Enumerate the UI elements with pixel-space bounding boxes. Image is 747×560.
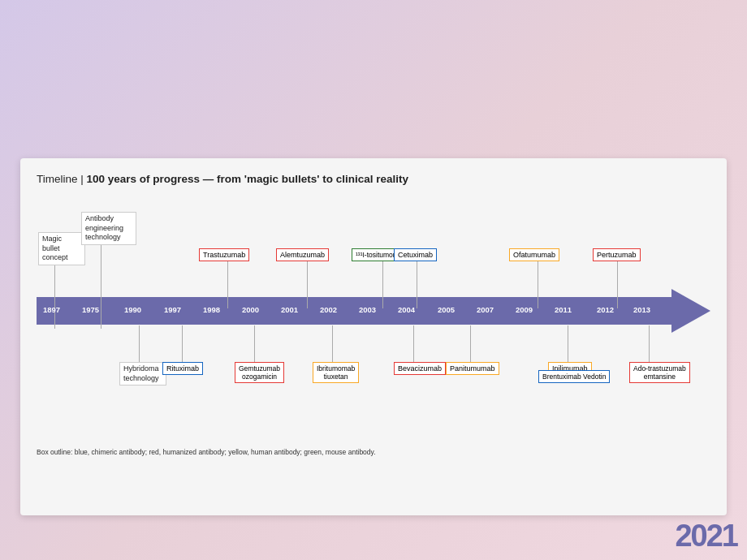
cetuximab-connector (417, 261, 417, 308)
magic-bullet-label: Magic bulletconcept (38, 232, 85, 265)
year-1990: 1990 (124, 305, 141, 314)
year-2021-label: 2021 (675, 519, 737, 554)
below-panitumumab: Panitumumab (446, 325, 499, 375)
above-ofatumumab: Ofatumumab (509, 248, 559, 308)
year-2001: 2001 (281, 305, 298, 314)
ofatumumab-label: Ofatumumab (509, 248, 559, 261)
bevacizumab-connector (413, 325, 414, 362)
year-2000: 2000 (242, 305, 259, 314)
title-prefix: Timeline | (37, 173, 87, 185)
pertuzumab-connector (617, 261, 618, 308)
year-2012: 2012 (597, 305, 614, 314)
ibritumomab-connector (332, 325, 333, 362)
above-trastuzumab: Trastuzumab (199, 248, 249, 308)
below-bevacizumab: Bevacizumab (394, 325, 446, 375)
year-2007: 2007 (477, 305, 494, 314)
title-bold: 100 years of progress — from 'magic bull… (87, 173, 409, 185)
antibody-eng-label: Antibody engineeringtechnology (81, 212, 136, 245)
gemtuzumab-connector (254, 325, 255, 362)
year-2011: 2011 (555, 305, 572, 314)
trastuzumab-label: Trastuzumab (199, 248, 249, 261)
pertuzumab-label: Pertuzumab (593, 248, 641, 261)
year-2005: 2005 (438, 305, 455, 314)
rituximab-connector (182, 325, 183, 362)
ado-trastuzumab-connector (649, 325, 650, 362)
below-ibritumomab: Ibritumomabtiuxetan (313, 325, 359, 383)
ipilimumab-connector (568, 325, 568, 362)
year-2009: 2009 (516, 305, 533, 314)
tositumomab-connector (382, 261, 383, 308)
below-ipilimumab: Ipilimumab (548, 325, 592, 375)
trastuzumab-connector (227, 261, 228, 308)
below-brentuximab: Brentuximab Vedotin (538, 370, 610, 383)
below-rituximab: Rituximab (162, 325, 203, 375)
alemtuzumab-connector (307, 261, 308, 308)
year-2002: 2002 (320, 305, 337, 314)
panitumumab-connector (470, 325, 471, 362)
timeline-caption: Box outline: blue, chimeric antibody; re… (37, 448, 376, 456)
cetuximab-label: Cetuximab (394, 248, 437, 261)
ofatumumab-connector (538, 261, 538, 308)
ado-trastuzumab-label: Ado-trastuzumabemtansine (629, 362, 690, 383)
gemtuzumab-label: Gemtuzumabozogamicin (235, 362, 284, 383)
above-cetuximab: Cetuximab (394, 248, 437, 308)
above-magic-bullet: Magic bulletconcept (38, 232, 85, 329)
magic-bullet-connector (54, 265, 55, 329)
panitumumab-label: Panitumumab (446, 362, 499, 375)
rituximab-label: Rituximab (162, 362, 203, 375)
brentuximab-label: Brentuximab Vedotin (538, 370, 610, 383)
below-gemtuzumab: Gemtuzumabozogamicin (235, 325, 284, 383)
year-1897: 1897 (43, 305, 60, 314)
year-1975: 1975 (82, 305, 99, 314)
above-pertuzumab: Pertuzumab (593, 248, 641, 308)
year-1997: 1997 (164, 305, 181, 314)
ibritumomab-label: Ibritumomabtiuxetan (313, 362, 359, 383)
below-hybridoma: Hybridomatechnology (119, 325, 166, 386)
year-2013: 2013 (633, 305, 650, 314)
above-alemtuzumab: Alemtuzumab (276, 248, 329, 308)
slide-container: Timeline | 100 years of progress — from … (20, 158, 727, 515)
bevacizumab-label: Bevacizumab (394, 362, 446, 375)
alemtuzumab-label: Alemtuzumab (276, 248, 329, 261)
timeline-area: 1897 1975 1990 1997 1998 2000 2001 2002 … (37, 200, 710, 459)
hybridoma-connector (139, 325, 140, 362)
below-ado-trastuzumab: Ado-trastuzumabemtansine (629, 325, 690, 383)
slide-title: Timeline | 100 years of progress — from … (37, 173, 710, 185)
hybridoma-label: Hybridomatechnology (119, 362, 166, 386)
year-2004: 2004 (398, 305, 415, 314)
antibody-eng-connector (101, 245, 101, 329)
year-2003: 2003 (359, 305, 376, 314)
year-1998: 1998 (203, 305, 220, 314)
